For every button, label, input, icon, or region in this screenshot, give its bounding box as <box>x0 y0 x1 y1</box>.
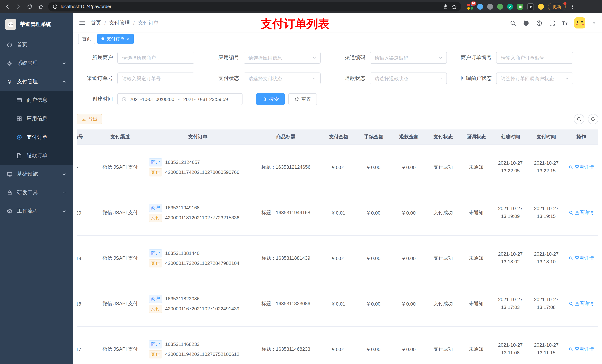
view-detail-link[interactable]: 查看详情 <box>569 300 594 307</box>
sidebar-item-system[interactable]: 系统管理 <box>0 54 73 73</box>
forward-icon[interactable] <box>16 4 22 10</box>
search-icon <box>569 165 573 169</box>
chat-extension-icon[interactable]: ▣ <box>517 4 523 10</box>
hamburger-icon[interactable] <box>79 20 86 26</box>
merchant-order-no-field[interactable] <box>496 52 573 64</box>
avatar[interactable] <box>574 17 585 29</box>
site-info-icon[interactable] <box>53 4 58 9</box>
github-icon[interactable] <box>523 20 529 26</box>
cell-title: 标题：1635311881439 <box>251 235 321 281</box>
merchant-select[interactable] <box>117 52 194 64</box>
reload-icon[interactable] <box>27 4 32 10</box>
breadcrumb-payment[interactable]: 支付管理 <box>109 20 130 26</box>
sidebar-item-refund-order[interactable]: 退款订单 <box>0 146 73 165</box>
emoji-extension-icon[interactable] <box>538 4 544 10</box>
payment-submenu: 商户信息 应用信息 支付订单 退款订单 <box>0 91 73 165</box>
search-icon[interactable] <box>510 20 516 26</box>
reset-button[interactable]: 重置 <box>288 93 317 105</box>
notify-status-input[interactable] <box>500 75 562 82</box>
pay-status-input[interactable] <box>248 75 310 82</box>
sidebar-item-home[interactable]: 首页 <box>0 35 73 54</box>
merchant-order-no-input[interactable] <box>500 54 569 61</box>
gray-extension-icon[interactable] <box>487 4 493 10</box>
search-button[interactable]: 搜索 <box>256 93 285 105</box>
back-icon[interactable] <box>4 4 10 10</box>
channel-code-input[interactable] <box>374 54 436 61</box>
refresh-table-button[interactable] <box>588 114 598 124</box>
extension-grid-icon[interactable]: 10 <box>467 4 473 10</box>
export-button[interactable]: 导出 <box>77 114 102 124</box>
cell-pay-time: 2021-10-2713:11:15 <box>528 326 564 364</box>
sidebar-item-pay-order[interactable]: 支付订单 <box>0 128 73 146</box>
filter-label: 支付状态 <box>203 75 244 82</box>
monitor-icon <box>7 171 13 177</box>
check-extension-icon[interactable]: ✓ <box>507 4 513 10</box>
cell-pay-status: 支付成功 <box>427 281 460 326</box>
home-icon[interactable] <box>38 4 44 10</box>
tab-home[interactable]: 首页 <box>78 34 95 44</box>
cell-refund-amount: ¥ 0.00 <box>391 190 427 235</box>
channel-order-no-field[interactable] <box>117 73 194 84</box>
sidebar-item-dev-tools[interactable]: 研发工具 <box>0 184 73 202</box>
refund-status-select[interactable] <box>370 73 447 84</box>
cell-actions: 查看详情 <box>564 190 598 235</box>
table-row: 20 微信 JSAPI 支付 商户 1635311949168 支付 42000… <box>77 190 598 235</box>
pay-status-select[interactable] <box>244 73 321 84</box>
view-detail-link[interactable]: 查看详情 <box>569 164 594 171</box>
cell-title: 标题：1635311468233 <box>251 326 321 364</box>
sidebar-item-workflow[interactable]: 工作流程 <box>0 202 73 220</box>
cell-id: 17 <box>77 326 95 364</box>
date-range-picker[interactable]: 2021-10-01 00:00:00 - 2021-10-31 23:59:5… <box>117 93 243 105</box>
green-extension-icon[interactable] <box>497 4 503 10</box>
share-icon[interactable] <box>443 4 448 10</box>
browser-menu-icon[interactable] <box>570 4 575 9</box>
sidebar-item-merchant-info[interactable]: 商户信息 <box>0 91 73 110</box>
tab-pay-order[interactable]: 支付订单 <box>97 34 133 44</box>
channel-code-select[interactable] <box>370 52 447 64</box>
sidebar-item-payment[interactable]: ¥ 支付管理 <box>0 73 73 91</box>
pin-extension-icon[interactable] <box>527 3 534 10</box>
merchant-input[interactable] <box>121 54 190 61</box>
header-row: 编号 支付渠道 支付订单 商品标题 支付金额 手续金额 退款金额 支付状态 回调… <box>77 129 598 145</box>
main-content: 所属商户 应用编号 渠道编码 商户订单编号 <box>73 45 602 364</box>
url-text[interactable]: localhost:1024/pay/order <box>61 4 440 9</box>
fullscreen-icon[interactable] <box>549 20 555 26</box>
view-detail-link[interactable]: 查看详情 <box>569 255 594 261</box>
cell-channel: 微信 JSAPI 支付 <box>95 326 145 364</box>
chevron-down-icon <box>312 55 317 60</box>
view-detail-link[interactable]: 查看详情 <box>569 346 594 353</box>
sidebar-item-app-info[interactable]: 应用信息 <box>0 110 73 128</box>
pay-tag: 支付 <box>149 259 162 267</box>
channel-order-no-input[interactable] <box>121 75 190 82</box>
sidebar-item-infra[interactable]: 基础设施 <box>0 165 73 184</box>
cell-actions: 查看详情 <box>564 281 598 326</box>
browser-update-button[interactable]: 更新 <box>548 3 566 10</box>
drop-extension-icon[interactable] <box>477 4 483 10</box>
pay-order-line: 支付 4200001173202110272847982104 <box>149 259 248 267</box>
date-start[interactable]: 2021-10-01 00:00:00 <box>129 96 174 102</box>
caret-down-icon[interactable] <box>592 21 596 25</box>
app-input[interactable] <box>248 54 310 61</box>
chevron-up-icon <box>62 80 66 84</box>
notify-status-select[interactable] <box>496 73 573 84</box>
search-icon <box>262 97 267 102</box>
cell-title: 标题：1635311823086 <box>251 281 321 326</box>
cell-create-time: 2021-10-2713:19:09 <box>492 190 528 235</box>
breadcrumb-separator <box>133 20 135 26</box>
app-logo[interactable]: 芋道管理系统 <box>0 13 73 35</box>
search-toggle-button[interactable] <box>574 114 584 124</box>
address-bar[interactable]: localhost:1024/pay/order <box>48 2 461 11</box>
view-detail-label: 查看详情 <box>575 255 594 261</box>
breadcrumb-home[interactable]: 首页 <box>91 20 101 26</box>
help-icon[interactable] <box>536 20 542 26</box>
cell-order: 商户 1635311468233 支付 42000011942021102767… <box>145 326 251 364</box>
date-end[interactable]: 2021-10-31 23:59:59 <box>183 96 228 102</box>
refund-status-input[interactable] <box>374 75 436 82</box>
merchant-order-no: 1635311468233 <box>165 342 200 347</box>
font-size-icon[interactable]: TT <box>562 20 568 26</box>
bookmark-star-icon[interactable] <box>451 4 457 10</box>
close-icon[interactable] <box>127 36 129 42</box>
cell-pay-amount: ¥ 0.01 <box>321 281 356 326</box>
app-select[interactable] <box>244 52 321 64</box>
view-detail-link[interactable]: 查看详情 <box>569 209 594 216</box>
